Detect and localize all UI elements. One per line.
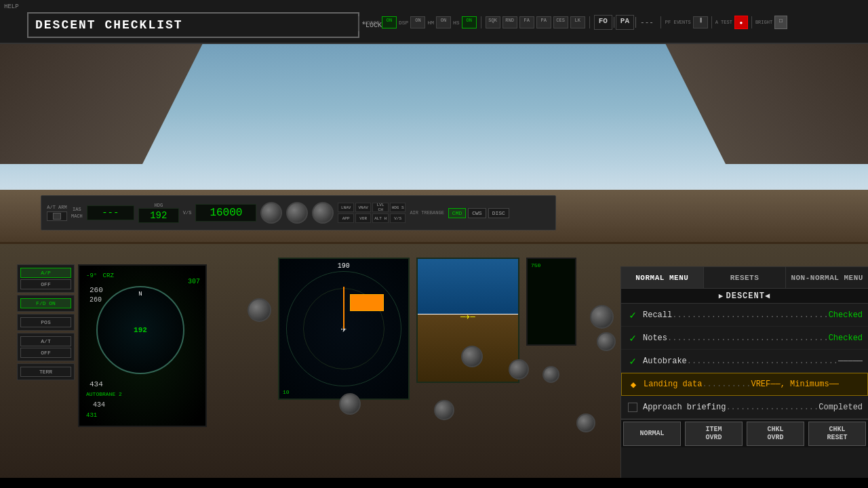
divider1 xyxy=(481,16,481,28)
overhead-panel: HELP DESCENT CHECKLIST *LOCK VOICE ON DS… xyxy=(0,0,868,44)
chkl-ovrd-button[interactable]: CHKL OVRD xyxy=(747,422,804,446)
chkl-reset-button[interactable]: CHKL RESET xyxy=(808,422,866,446)
rnd-btn[interactable]: RND xyxy=(502,16,517,28)
panel-knob-center-1[interactable] xyxy=(509,359,529,380)
pos-btn[interactable]: POS xyxy=(20,317,71,327)
speed-knob[interactable] xyxy=(260,202,282,224)
pfd-aircraft-ref: —✈— xyxy=(460,312,475,322)
ap-off-group: A/P OFF xyxy=(17,264,75,293)
hdg-group: HDG 192 xyxy=(138,203,179,223)
vs-btn[interactable]: V/S xyxy=(390,214,406,223)
panel-knob-center-3[interactable] xyxy=(461,346,483,367)
ap-on-btn[interactable]: A/P xyxy=(20,268,71,278)
secondary-display: 750 xyxy=(526,258,576,346)
recall-value: Checked xyxy=(829,310,863,320)
hdg-knob[interactable] xyxy=(286,202,308,224)
fa-btn[interactable]: FA xyxy=(519,16,534,28)
speed-indicator-3: 260 xyxy=(90,296,102,304)
checklist-item-autobrake[interactable]: ✓ Autobrake.............................… xyxy=(621,350,868,373)
nd-background: ✈ 190 10 xyxy=(279,259,408,399)
at-btn[interactable]: A/T xyxy=(20,336,71,346)
autobrake-check-icon: ✓ xyxy=(627,355,639,367)
speed-indicator-2: 260 xyxy=(90,286,103,294)
landing-data-check-icon: ◆ xyxy=(627,378,639,390)
a-test-btn[interactable]: ● xyxy=(734,16,748,29)
item-ovrd-button[interactable]: ITEM OVRD xyxy=(685,422,743,446)
hs-btn[interactable]: ON xyxy=(462,16,477,28)
hdgsel-btn[interactable]: HDG S xyxy=(390,203,406,212)
toolbar-area: VOICE ON DSP ON HM ON HS ON SQK RND FA P… xyxy=(363,15,787,30)
fd-group: F/D ON xyxy=(17,295,75,312)
lk-btn[interactable]: LK xyxy=(570,16,585,28)
voice-on-btn[interactable]: ON xyxy=(382,16,397,28)
lvlchg-btn[interactable]: LVL CH xyxy=(372,203,389,212)
compass-north: N xyxy=(138,291,142,298)
chkl-ovrd-btn-line1: CHKL xyxy=(767,426,783,434)
checklist-item-landing-data[interactable]: ◆ Landing data..........VREF——, Minimums… xyxy=(621,373,868,396)
sqk-btn[interactable]: SQK xyxy=(486,16,500,28)
crz-label: CRZ xyxy=(103,272,114,279)
checklist-item-approach-briefing[interactable]: Approach briefing...................Comp… xyxy=(621,396,868,419)
checklist-actions: NORMAL ITEM OVRD CHKL OVRD CHKL RESET xyxy=(621,419,868,447)
autobrake-value: —————— xyxy=(838,357,863,366)
nd-route-line xyxy=(343,287,344,329)
hm-btn[interactable]: ON xyxy=(436,16,451,28)
checklist-panel: NORMAL MENU RESETS NON-NORMAL MENU ▶ DES… xyxy=(620,266,868,488)
panel-knob-right-2[interactable] xyxy=(597,332,616,351)
dsp-btn[interactable]: ON xyxy=(410,16,425,28)
section-arrow: ▶ xyxy=(719,291,724,300)
pf-events-btn[interactable]: ▐ xyxy=(693,16,708,28)
tab-normal-menu[interactable]: NORMAL MENU xyxy=(621,267,704,288)
ap-cmd-btn[interactable]: CMD xyxy=(448,208,466,218)
panel-knob-bottom-1[interactable] xyxy=(339,393,361,415)
lnav-btn[interactable]: LNAV xyxy=(338,203,354,212)
pa-small-btn[interactable]: PA xyxy=(536,16,551,28)
at-arm-switch[interactable] xyxy=(47,211,67,221)
ias-label: IAS xyxy=(73,207,81,212)
panel-knob-right[interactable] xyxy=(590,305,614,329)
pa-button[interactable]: PA xyxy=(616,15,634,30)
vnav-btn[interactable]: VNAV xyxy=(355,203,372,212)
vor-btn[interactable]: VOR xyxy=(355,214,372,223)
checklist-item-recall[interactable]: ✓ Recall................................… xyxy=(621,304,868,327)
checklist-title: DESCENT CHECKLIST xyxy=(35,18,183,32)
panel-knob-bottom-2[interactable] xyxy=(434,400,454,420)
althold-btn[interactable]: ALT H xyxy=(372,214,389,223)
pf-events-group: PF EVENTS xyxy=(665,20,691,25)
bright-btn[interactable]: □ xyxy=(774,16,787,29)
hm-label: HM xyxy=(427,20,434,26)
terr-group: TERR xyxy=(17,363,75,380)
chkl-reset-btn-line1: CHKL xyxy=(829,426,845,434)
compass-display: 192 N xyxy=(96,286,184,374)
terr-btn[interactable]: TERR xyxy=(20,367,71,377)
dash-display: --- xyxy=(637,18,656,26)
help-label: HELP xyxy=(4,3,19,10)
panel-knob-center-2[interactable] xyxy=(542,366,559,383)
normal-button[interactable]: NORMAL xyxy=(623,422,681,446)
tab-non-normal-menu[interactable]: NON-NORMAL MENU xyxy=(786,267,868,288)
notes-name: Notes xyxy=(643,333,667,343)
ces-btn[interactable]: CES xyxy=(553,16,568,28)
fo-button[interactable]: FO xyxy=(594,15,612,30)
checklist-tabs: NORMAL MENU RESETS NON-NORMAL MENU xyxy=(621,267,868,289)
alt-knob[interactable] xyxy=(312,202,334,224)
autobrake-item-text: Autobrake...............................… xyxy=(643,357,863,366)
center-instruments: ✈ 190 10 —✈— 750 xyxy=(278,258,576,447)
panel-knob-1[interactable] xyxy=(248,298,271,322)
fd-on-btn[interactable]: F/D ON xyxy=(20,298,71,308)
app-btn[interactable]: APP xyxy=(338,214,354,223)
left-efis-inner: -9° CRZ 307 260 260 192 N 434 xyxy=(79,266,205,426)
crz-value: -9° xyxy=(86,272,97,279)
pos-group: POS xyxy=(17,314,75,331)
autobrake-dots: ............................... xyxy=(687,357,838,366)
checklist-item-notes[interactable]: ✓ Notes.................................… xyxy=(621,327,868,350)
ap-disc-btn[interactable]: DISC xyxy=(488,208,509,218)
panel-knob-bottom-3[interactable] xyxy=(576,413,595,432)
compass-heading: 192 xyxy=(134,325,147,336)
hdg-display: 192 xyxy=(138,208,179,223)
normal-btn-label: NORMAL xyxy=(639,430,664,438)
ap-off-btn[interactable]: OFF xyxy=(20,279,71,289)
landing-data-value: VREF——, Minimums—— xyxy=(751,380,839,389)
ap-cws-btn[interactable]: CWS xyxy=(468,208,486,218)
tab-resets[interactable]: RESETS xyxy=(704,267,787,288)
